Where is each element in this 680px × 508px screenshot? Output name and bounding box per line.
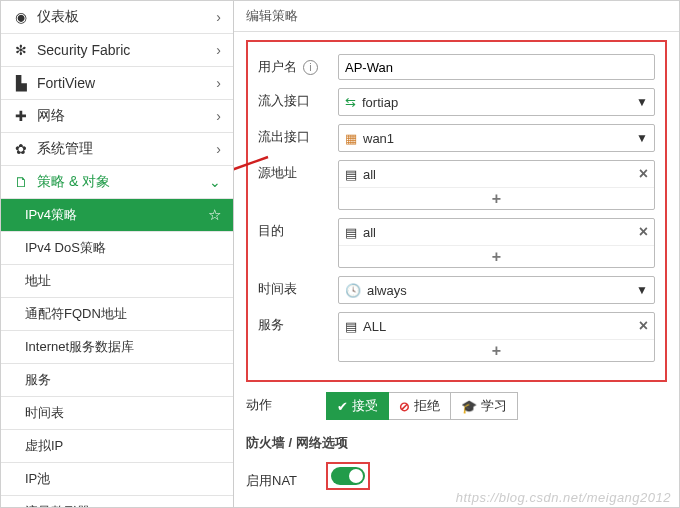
form: 用户名i 流入接口 ⇆fortiap ▼ 流出接口 [234,40,679,508]
nav-label: 流量整形器 [25,503,90,508]
label-username: 用户名i [258,54,338,76]
nav-label: Internet服务数据库 [25,338,134,356]
nav-label: 通配符FQDN地址 [25,305,127,323]
chevron-down-icon: ⌄ [209,174,221,190]
page-title: 编辑策略 [234,1,679,31]
value: wan1 [363,131,394,146]
nav-vip[interactable]: 虚拟IP [1,430,233,463]
address-icon: ▤ [345,167,357,182]
chevron-right-icon: › [216,141,221,157]
nav-dashboard[interactable]: ◉仪表板 › [1,1,233,34]
nav-system[interactable]: ✿系统管理 › [1,133,233,166]
label-source-addr: 源地址 [258,160,338,182]
username-input[interactable] [338,54,655,80]
add-service-button[interactable]: + [339,339,654,361]
gear-icon: ✿ [13,141,29,157]
nav-addresses[interactable]: 地址 [1,265,233,298]
outgoing-interface-select[interactable]: ▦wan1 ▼ [338,124,655,152]
divider [234,31,679,32]
nav-services[interactable]: 服务 [1,364,233,397]
firewall-section-title: 防火墙 / 网络选项 [246,434,667,452]
nav-schedules[interactable]: 时间表 [1,397,233,430]
chevron-right-icon: › [216,42,221,58]
nav-label: 系统管理 [37,140,93,158]
schedule-select[interactable]: 🕓always ▼ [338,276,655,304]
nav-label: IPv4 DoS策略 [25,239,106,257]
value: fortiap [362,95,398,110]
label-destination: 目的 [258,218,338,240]
fabric-icon: ✻ [13,42,29,58]
star-icon[interactable]: ☆ [208,206,221,224]
nav-label: IPv4策略 [25,206,77,224]
action-button-group: ✔接受 ⊘拒绝 🎓学习 [326,392,667,420]
nav-label: 时间表 [25,404,64,422]
label-enable-nat: 启用NAT [246,472,326,490]
sidebar: ◉仪表板 › ✻Security Fabric › ▙FortiView › ✚… [1,1,234,508]
destination-box[interactable]: ▤all × + [338,218,655,268]
clock-icon: 🕓 [345,283,361,298]
nav-ipv4-policy[interactable]: IPv4策略 ☆ [1,199,233,232]
dropdown-icon: ▼ [636,131,648,145]
source-address-box[interactable]: ▤all × + [338,160,655,210]
interface-icon: ⇆ [345,95,356,110]
label-incoming-if: 流入接口 [258,88,338,110]
policy-main-box: 用户名i 流入接口 ⇆fortiap ▼ 流出接口 [246,40,667,382]
label-outgoing-if: 流出接口 [258,124,338,146]
remove-icon[interactable]: × [639,318,648,334]
content-pane: 编辑策略 用户名i 流入接口 ⇆fortiap ▼ [234,1,679,508]
nav-ip-pools[interactable]: IP池 [1,463,233,496]
chevron-right-icon: › [216,9,221,25]
value: all [363,167,376,182]
value: ALL [363,319,386,334]
label-action: 动作 [246,392,326,414]
service-box[interactable]: ▤ALL × + [338,312,655,362]
dropdown-icon: ▼ [636,283,648,297]
chevron-right-icon: › [216,108,221,124]
nav-label: FortiView [37,75,95,91]
label-service: 服务 [258,312,338,334]
nav-label: 服务 [25,371,51,389]
nat-toggle[interactable] [331,467,365,485]
nav-label: Security Fabric [37,42,130,58]
incoming-interface-select[interactable]: ⇆fortiap ▼ [338,88,655,116]
nav-label: 地址 [25,272,51,290]
nav-label: 仪表板 [37,8,79,26]
info-icon[interactable]: i [303,60,318,75]
network-icon: ✚ [13,108,29,124]
nav-network[interactable]: ✚网络 › [1,100,233,133]
remove-icon[interactable]: × [639,224,648,240]
nav-internet-svc-db[interactable]: Internet服务数据库 [1,331,233,364]
dropdown-icon: ▼ [636,95,648,109]
nav-label: 策略 & 对象 [37,173,110,191]
nav-ipv4-dos[interactable]: IPv4 DoS策略 [1,232,233,265]
value: always [367,283,407,298]
action-deny-button[interactable]: ⊘拒绝 [389,392,451,420]
nav-label: 网络 [37,107,65,125]
nav-security-fabric[interactable]: ✻Security Fabric › [1,34,233,67]
nav-label: IP池 [25,470,50,488]
nav-label: 虚拟IP [25,437,63,455]
watermark: https://blog.csdn.net/meigang2012 [456,490,671,505]
action-accept-button[interactable]: ✔接受 [326,392,389,420]
address-icon: ▤ [345,225,357,240]
nav-traffic-shapers[interactable]: 流量整形器 [1,496,233,508]
nat-toggle-highlight [326,462,370,490]
gauge-icon: ◉ [13,9,29,25]
nav-wildcard-fqdn[interactable]: 通配符FQDN地址 [1,298,233,331]
chevron-right-icon: › [216,75,221,91]
check-icon: ✔ [337,399,348,414]
policy-icon: 🗋 [13,174,29,190]
add-destination-button[interactable]: + [339,245,654,267]
learn-icon: 🎓 [461,399,477,414]
value: all [363,225,376,240]
service-icon: ▤ [345,319,357,334]
action-learn-button[interactable]: 🎓学习 [451,392,518,420]
label-schedule: 时间表 [258,276,338,298]
interface-icon: ▦ [345,131,357,146]
deny-icon: ⊘ [399,399,410,414]
remove-icon[interactable]: × [639,166,648,182]
chart-icon: ▙ [13,75,29,91]
nav-fortiview[interactable]: ▙FortiView › [1,67,233,100]
add-source-button[interactable]: + [339,187,654,209]
nav-policy-objects[interactable]: 🗋策略 & 对象 ⌄ [1,166,233,199]
